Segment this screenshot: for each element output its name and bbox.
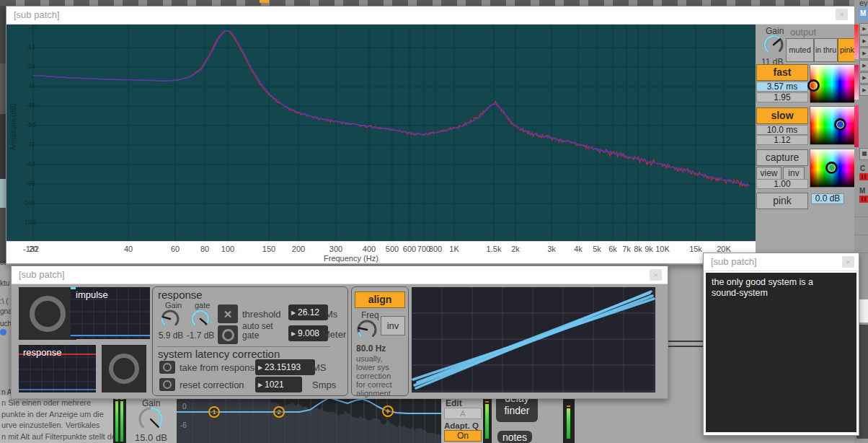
- ratio-field[interactable]: 1.00: [756, 179, 808, 189]
- color-picker-selector[interactable]: [807, 79, 820, 92]
- slow-ms-field[interactable]: 10.0 ms: [756, 125, 808, 135]
- sliver-arrow-button[interactable]: ▶: [859, 60, 868, 71]
- sliver-header: M: [858, 6, 868, 21]
- eq-gain-knob[interactable]: [138, 406, 164, 432]
- eq-edit-panel: Edit A Adapt. Q On: [441, 395, 483, 443]
- response-display: response: [19, 345, 96, 392]
- sliver-arrow-button[interactable]: ▶: [859, 35, 868, 47]
- notes-text-panel[interactable]: the only good system is a sound-system: [706, 273, 856, 432]
- adaptq-on-button[interactable]: On: [444, 430, 482, 442]
- align-button[interactable]: align: [355, 291, 405, 308]
- level-meter: [113, 395, 126, 443]
- y-axis-tick: -108: [18, 199, 35, 206]
- level-dial[interactable]: [19, 287, 76, 340]
- frequency-tick: 10K: [655, 245, 670, 253]
- frequency-tick: 4k: [574, 245, 583, 253]
- info-line: n Sie einen oder mehrere: [1, 398, 113, 409]
- autoset-toggle[interactable]: [218, 325, 238, 344]
- resp-gain-knob[interactable]: [160, 309, 180, 329]
- sliver-button[interactable]: [859, 148, 868, 160]
- slow-color-picker[interactable]: [810, 106, 855, 145]
- take-numbox[interactable]: ▶23.15193: [255, 359, 315, 375]
- plot-ylabel: Amplitude (dB): [9, 103, 17, 151]
- frequency-tick: 15k: [689, 245, 702, 253]
- eq-filter-marker[interactable]: 2: [274, 407, 284, 417]
- output-label: output: [790, 27, 816, 38]
- frequency-tick: 5k: [593, 245, 601, 253]
- sliver-arrow-button[interactable]: ▶: [859, 48, 868, 59]
- main-window-close-button[interactable]: ×: [836, 9, 848, 20]
- notes-text-line: sound-system: [712, 288, 851, 299]
- color-picker-selector[interactable]: [834, 118, 846, 131]
- fast-ms-field[interactable]: 3.57 ms: [756, 82, 808, 92]
- notes-window-titlebar[interactable]: [sub patch] ×: [704, 253, 859, 271]
- patch-cord: [667, 346, 703, 347]
- y-axis-tick: -96: [18, 180, 35, 187]
- y-axis-tick: -12: [18, 43, 35, 51]
- capture-button[interactable]: capture: [756, 149, 808, 166]
- reset-unit: Smps: [312, 380, 336, 390]
- output-gain-knob[interactable]: [763, 34, 784, 56]
- main-window-titlebar[interactable]: [sub patch] ×: [6, 6, 855, 25]
- view-button[interactable]: view: [756, 167, 781, 180]
- edit-ab-button[interactable]: A: [444, 408, 482, 419]
- align-inv-button[interactable]: inv: [381, 316, 405, 335]
- reset-numbox[interactable]: ▶1021: [255, 377, 302, 392]
- fast-color-picker[interactable]: [810, 64, 855, 103]
- y-axis-tick: 0: [18, 25, 35, 31]
- eq-filter-marker[interactable]: [383, 406, 393, 416]
- sliver-arrow-button[interactable]: ▶: [859, 72, 868, 84]
- out-db-field[interactable]: 0.0 dB: [811, 193, 844, 204]
- eq-gain-panel: Gain 15.0 dB: [126, 395, 177, 443]
- fast-ratio-field[interactable]: 1.95: [756, 92, 808, 102]
- level-dial[interactable]: [102, 345, 146, 392]
- frequency-tick: 1K: [449, 245, 459, 253]
- main-window-title: [sub patch]: [14, 9, 60, 20]
- reset-toggle[interactable]: [159, 378, 175, 391]
- align-freq-knob[interactable]: [356, 319, 378, 341]
- threshold-numbox[interactable]: ▶26.12: [288, 304, 328, 320]
- left-fragments: [0, 6, 6, 263]
- sliver-c-label: C: [860, 165, 865, 172]
- slow-ratio-field[interactable]: 1.12: [756, 135, 808, 145]
- slow-button[interactable]: slow: [756, 108, 808, 124]
- threshold-label: threshold: [242, 309, 280, 320]
- color-picker-selector[interactable]: [825, 162, 838, 174]
- frequency-tick: 3k: [547, 245, 556, 253]
- info-panel: n Sie einen oder mehrere punkte in der A…: [0, 395, 113, 443]
- info-line: punkte in der Anzeige um die: [1, 409, 113, 421]
- top-strip: [0, 0, 868, 6]
- measure-window-titlebar[interactable]: [sub patch] ×: [12, 266, 668, 284]
- muted-button[interactable]: muted: [786, 38, 814, 62]
- fast-button[interactable]: fast: [756, 64, 808, 81]
- resp-gain-value: 5.9 dB: [156, 330, 186, 341]
- impulse-label: impulse: [76, 289, 108, 300]
- frequency-tick: 60: [171, 245, 180, 253]
- inv-button[interactable]: inv: [783, 167, 805, 180]
- clip-icon: [859, 173, 868, 180]
- sliver-arrow-button[interactable]: ▶: [859, 84, 868, 96]
- take-toggle[interactable]: [159, 361, 175, 374]
- notes-window-close-button[interactable]: ×: [842, 256, 854, 268]
- eq-filter-marker[interactable]: 1: [209, 407, 219, 417]
- pink-button[interactable]: pink: [756, 193, 808, 209]
- gate-knob[interactable]: [190, 309, 211, 329]
- frequency-axis: 204060801001502003004005006007008001K1.5…: [6, 241, 756, 263]
- svg-text:1: 1: [212, 408, 216, 416]
- info-icon: [0, 329, 6, 335]
- in-thru-button[interactable]: in thru: [814, 38, 838, 62]
- autoset-label: auto set gate: [242, 322, 273, 341]
- spectroscope: 0-12-24-36-48-60-72-84-96-108-120 Amplit…: [6, 25, 756, 241]
- threshold-toggle[interactable]: ✕: [218, 304, 238, 323]
- sliver-arrow-button[interactable]: ▶: [859, 23, 868, 35]
- gate-value: -1.7 dB: [185, 330, 216, 341]
- level-meter: [483, 395, 492, 443]
- y-axis-tick: -84: [18, 160, 35, 167]
- notes-button[interactable]: notes: [497, 431, 532, 443]
- measure-window-close-button[interactable]: ×: [650, 269, 662, 281]
- y-axis-tick: -60: [18, 121, 35, 128]
- frequency-tick: 2k: [511, 245, 520, 253]
- edit-label: Edit: [446, 398, 462, 408]
- capture-color-picker[interactable]: [810, 149, 855, 188]
- eq-display[interactable]: 12 0 -6: [177, 395, 441, 443]
